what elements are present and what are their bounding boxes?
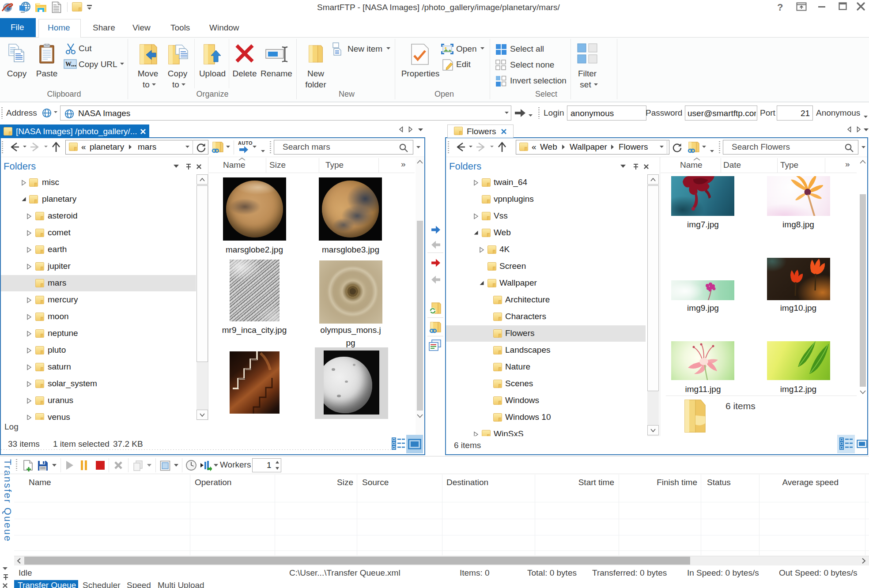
- svg-text:W: W: [65, 61, 72, 68]
